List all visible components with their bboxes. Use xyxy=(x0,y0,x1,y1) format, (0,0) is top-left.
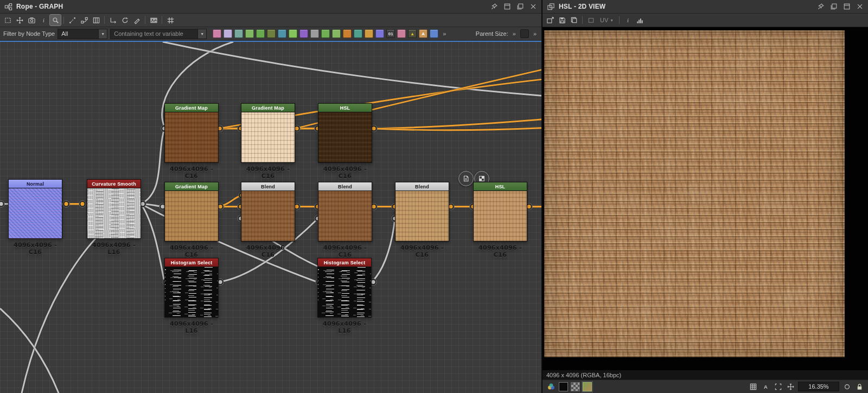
node-info-icon[interactable]: i xyxy=(38,15,49,26)
node-blend-1[interactable]: Blend4096x4096 - C16 xyxy=(241,182,295,258)
filter-chip-scratches[interactable] xyxy=(245,29,254,38)
filter-chip-tile-sampler[interactable] xyxy=(343,29,352,38)
filter-chip-sphere[interactable] xyxy=(354,29,362,38)
float-window-icon[interactable] xyxy=(829,2,839,11)
columns-icon[interactable] xyxy=(91,15,101,26)
elbow-link-icon[interactable] xyxy=(107,15,118,26)
node-blend-2[interactable]: Blend4096x4096 - C16 xyxy=(318,182,372,258)
connect-nodes-icon[interactable] xyxy=(79,15,90,26)
pin-icon[interactable] xyxy=(489,2,499,11)
chips-overflow-button[interactable]: » xyxy=(443,30,446,37)
node-gradient-map-1[interactable]: Gradient Map4096x4096 - C16 xyxy=(164,103,219,180)
node-normal[interactable]: Normal4096x4096 - C16 xyxy=(8,179,62,256)
rotate-icon[interactable] xyxy=(119,15,130,26)
connector-dot[interactable] xyxy=(372,126,375,130)
uv-mode-dropdown[interactable]: UV ▼ xyxy=(597,17,616,23)
filter-chip-svg[interactable] xyxy=(224,29,232,38)
2d-viewport[interactable] xyxy=(542,27,868,370)
connector-dot[interactable] xyxy=(449,205,452,208)
frame-select-icon[interactable] xyxy=(2,15,13,26)
node-histogram-select-1[interactable]: Histogram Select4096x4096 - L16 xyxy=(164,258,219,334)
filter-chip-warning[interactable]: ▲ xyxy=(408,29,417,38)
export-image-icon[interactable] xyxy=(545,15,556,26)
dock-window-icon[interactable] xyxy=(842,2,852,11)
filter-chip-splatter[interactable] xyxy=(332,29,341,38)
text-filter-combo[interactable]: Containing text or variable ▼ xyxy=(110,29,207,39)
checker-background-icon[interactable] xyxy=(571,382,580,391)
texture-preview[interactable] xyxy=(544,30,845,357)
background-color-icon[interactable] xyxy=(559,382,568,391)
parent-size-overflow-button[interactable]: » xyxy=(513,30,516,37)
connector-dot[interactable] xyxy=(218,280,222,284)
node-blend-3[interactable]: Blend4096x4096 - C16 xyxy=(395,182,449,258)
connector-dot[interactable] xyxy=(295,126,298,130)
view-titlebar: HSL - 2D VIEW xyxy=(542,0,868,14)
trailing-overflow-button[interactable]: » xyxy=(533,30,537,37)
search-icon[interactable] xyxy=(50,15,61,26)
filter-chip-dirt[interactable] xyxy=(267,29,276,38)
node-gradient-map-3[interactable]: Gradient Map4096x4096 - C16 xyxy=(164,182,219,258)
filter-chip-knot[interactable] xyxy=(397,29,406,38)
connector-dot[interactable] xyxy=(295,205,298,208)
node-gradient-map-2[interactable]: Gradient Map4096x4096 - C16 xyxy=(241,103,295,180)
node-size-label: 4096x4096 - C16 xyxy=(241,244,295,258)
copy-icon[interactable] xyxy=(569,15,579,26)
filter-chip-slope-blur[interactable] xyxy=(256,29,265,38)
grid-snap-icon[interactable] xyxy=(165,15,176,26)
node-title: Normal xyxy=(8,179,62,188)
node-size-label: 4096x4096 - C16 xyxy=(164,244,219,258)
node-size-label: 4096x4096 - C16 xyxy=(8,242,62,256)
image-info-icon[interactable]: i xyxy=(622,15,633,26)
parent-size-swatch[interactable] xyxy=(520,29,529,38)
pixel-ratio-icon[interactable] xyxy=(842,382,852,391)
channels-icon[interactable] xyxy=(546,382,556,391)
display-thumbnails-icon[interactable] xyxy=(148,15,159,26)
filter-chip-swirl[interactable] xyxy=(375,29,384,38)
filter-chip-grunge[interactable] xyxy=(289,29,297,38)
screenshot-icon[interactable] xyxy=(26,15,37,26)
lock-zoom-icon[interactable] xyxy=(854,382,864,391)
filter-chip-bitmap[interactable] xyxy=(213,29,221,38)
filter-chip-flood-fill[interactable] xyxy=(321,29,330,38)
dock-window-icon[interactable] xyxy=(502,2,512,11)
connector-dot[interactable] xyxy=(218,205,222,208)
filter-chip-uv-transform[interactable] xyxy=(430,29,438,38)
tiling-icon[interactable] xyxy=(748,382,758,391)
connector-dot[interactable] xyxy=(141,202,144,206)
save-icon[interactable] xyxy=(557,15,567,26)
pin-icon[interactable] xyxy=(816,2,826,11)
pan-view-icon[interactable] xyxy=(786,382,795,391)
node-curvature-smooth[interactable]: Curvature Smooth4096x4096 - L16 xyxy=(87,179,141,256)
connector-dot[interactable] xyxy=(371,280,375,284)
histogram-icon[interactable] xyxy=(634,15,645,26)
unlink-icon[interactable] xyxy=(67,15,78,26)
connector-dot[interactable] xyxy=(80,202,84,206)
connector-dot[interactable] xyxy=(527,205,531,208)
filter-chip-blur[interactable] xyxy=(234,29,243,38)
node-output-preview-button[interactable] xyxy=(458,171,474,186)
graph-canvas[interactable]: Normal4096x4096 - C16Curvature Smooth409… xyxy=(0,41,541,393)
filter-chip-fractal-sum[interactable] xyxy=(278,29,286,38)
connector-dot[interactable] xyxy=(64,202,68,206)
close-icon[interactable] xyxy=(855,2,865,11)
fit-view-icon[interactable] xyxy=(773,382,783,391)
node-hsl-1[interactable]: HSL4096x4096 - C16 xyxy=(318,103,372,180)
filter-chip-binary[interactable]: 01 xyxy=(386,29,395,38)
material-mode-icon[interactable] xyxy=(585,15,596,26)
node-title: HSL xyxy=(473,182,527,191)
node-type-select[interactable]: All ▼ xyxy=(58,29,107,39)
zoom-input[interactable]: 16.35% xyxy=(798,382,839,391)
filter-chip-text[interactable]: A xyxy=(419,29,427,38)
filter-chip-shape[interactable] xyxy=(299,29,308,38)
active-channel-thumbnail[interactable] xyxy=(583,382,592,391)
pen-icon[interactable] xyxy=(131,15,142,26)
pan-icon[interactable] xyxy=(14,15,25,26)
node-histogram-select-2[interactable]: Histogram Select4096x4096 - L16 xyxy=(317,258,372,334)
filtering-icon[interactable]: A xyxy=(761,382,770,391)
node-hsl-2[interactable]: HSL4096x4096 - C16 xyxy=(473,182,527,258)
close-icon[interactable] xyxy=(528,2,538,11)
filter-chip-grid[interactable] xyxy=(310,29,319,38)
connector-dot[interactable] xyxy=(372,205,375,208)
filter-chip-pyramid[interactable] xyxy=(365,29,373,38)
float-window-icon[interactable] xyxy=(515,2,525,11)
